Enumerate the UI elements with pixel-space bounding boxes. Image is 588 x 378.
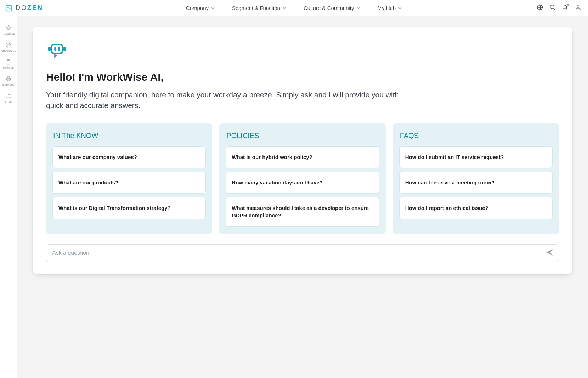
sidebar-services-label: Services [2, 83, 15, 86]
nav-hub-label: My Hub [377, 5, 396, 11]
svg-rect-14 [63, 47, 66, 51]
suggested-question[interactable]: How can I reserve a meeting room? [399, 172, 553, 194]
panel-faqs-title: FAQS [400, 132, 553, 140]
page-subtitle: Your friendly digital companion, here to… [46, 90, 407, 111]
suggested-question[interactable]: What are our company values? [52, 146, 206, 168]
notifications-button[interactable] [562, 4, 569, 12]
chat-card: Hello! I'm WorkWise AI, Your friendly di… [33, 27, 572, 274]
sidebar-resources[interactable]: Resources [0, 42, 17, 52]
primary-nav: Company Segment & Function Culture & Com… [186, 0, 402, 16]
globe-icon [536, 4, 543, 11]
topbar-tools [536, 4, 582, 12]
nav-segment-label: Segment & Function [232, 5, 280, 11]
page-title: Hello! I'm WorkWise AI, [46, 71, 559, 83]
user-icon [575, 4, 582, 11]
chevron-down-icon [356, 6, 360, 10]
chevron-down-icon [282, 6, 287, 10]
sidebar-policies[interactable]: Policies [0, 59, 17, 69]
nav-company-label: Company [186, 5, 209, 11]
send-icon [545, 248, 554, 257]
svg-marker-5 [6, 25, 11, 30]
nav-culture-label: Culture & Community [304, 5, 354, 11]
tools-icon [5, 42, 12, 48]
nav-company[interactable]: Company [186, 5, 215, 11]
sidebar-services[interactable]: Services [0, 76, 17, 86]
sidebar-policies-label: Policies [3, 66, 14, 69]
suggested-question[interactable]: How many vacation days do I have? [226, 172, 379, 194]
sidebar-files[interactable]: Files [0, 93, 17, 103]
search-button[interactable] [549, 4, 556, 12]
brand-logo-icon [5, 4, 13, 12]
clipboard-icon [5, 59, 12, 65]
brand-logo[interactable]: DOZEN [5, 4, 43, 12]
nav-culture-community[interactable]: Culture & Community [304, 5, 361, 11]
sidebar-favorites-label: Favorites [2, 32, 15, 35]
search-icon [549, 4, 556, 11]
ask-input[interactable] [51, 250, 545, 257]
suggested-question[interactable]: What is our Digital Transformation strat… [52, 197, 206, 219]
printer-icon [5, 76, 12, 82]
svg-rect-13 [48, 47, 51, 51]
suggested-question[interactable]: What are our products? [52, 172, 206, 194]
chevron-down-icon [398, 6, 402, 10]
svg-rect-16 [58, 47, 60, 51]
svg-rect-8 [6, 78, 10, 80]
bot-icon [46, 40, 68, 62]
brand-text-right: ZEN [27, 4, 43, 11]
suggested-question[interactable]: How do I submit an IT service request? [399, 146, 553, 168]
panel-in-the-know-title: IN The KNOW [53, 132, 206, 140]
panel-faqs: FAQS How do I submit an IT service reque… [393, 123, 559, 234]
svg-line-3 [554, 8, 555, 10]
panel-policies: POLICIES What is our hybrid work policy?… [219, 123, 385, 234]
notification-dot [567, 4, 569, 6]
ask-bar [46, 244, 559, 262]
send-button[interactable] [545, 248, 554, 258]
brand-text-left: DO [16, 4, 27, 11]
sidebar: Favorites Resources Policies Services Fi… [0, 16, 17, 378]
nav-my-hub[interactable]: My Hub [377, 5, 402, 11]
svg-rect-15 [54, 47, 56, 51]
suggested-question[interactable]: What is our hybrid work policy? [226, 146, 379, 168]
profile-button[interactable] [575, 4, 582, 12]
svg-point-4 [577, 5, 579, 7]
svg-rect-9 [7, 77, 10, 78]
panel-in-the-know: IN The KNOW What are our company values?… [46, 123, 212, 234]
sidebar-resources-label: Resources [1, 49, 16, 52]
star-icon [5, 25, 12, 31]
globe-button[interactable] [536, 4, 543, 12]
suggested-question[interactable]: What measures should I take as a develop… [226, 197, 379, 227]
svg-rect-12 [52, 45, 62, 53]
chevron-down-icon [211, 6, 215, 10]
nav-segment-function[interactable]: Segment & Function [232, 5, 287, 11]
sidebar-files-label: Files [5, 100, 12, 103]
folder-icon [5, 93, 12, 99]
svg-point-2 [550, 5, 554, 9]
sidebar-favorites[interactable]: Favorites [0, 25, 17, 35]
suggested-question[interactable]: How do I report an ethical issue? [399, 197, 553, 219]
panel-policies-title: POLICIES [226, 132, 379, 140]
